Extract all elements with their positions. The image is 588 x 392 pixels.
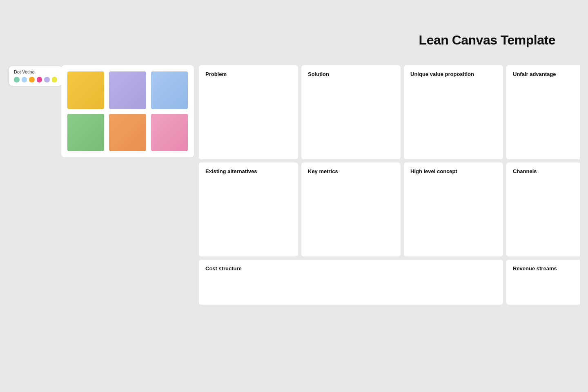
revenue-streams-label: Revenue streams — [513, 265, 573, 272]
dot-voting-dots — [14, 77, 57, 82]
canvas-cell-channels[interactable]: Channels — [506, 163, 580, 256]
problem-label: Problem — [205, 71, 292, 77]
canvas-row-3: Cost structure Revenue streams — [199, 260, 580, 305]
dot-voting-label: Dot Voting — [14, 69, 57, 74]
dot-pink[interactable] — [37, 77, 42, 82]
canvas-cell-existing-alternatives[interactable]: Existing alternatives — [199, 163, 298, 256]
dot-blue[interactable] — [22, 77, 27, 82]
dot-green[interactable] — [14, 77, 20, 82]
canvas-row-2: Existing alternatives Key metrics High l… — [199, 163, 580, 256]
dot-voting-panel: Dot Voting — [9, 66, 62, 86]
canvas-cell-solution[interactable]: Solution — [301, 65, 401, 159]
canvas-cell-cost-structure[interactable]: Cost structure — [199, 260, 503, 305]
canvas-cell-high-level-concept[interactable]: High level concept — [404, 163, 503, 256]
dot-yellow[interactable] — [52, 77, 58, 82]
canvas-cell-revenue-streams[interactable]: Revenue streams — [506, 260, 580, 305]
high-level-concept-label: High level concept — [410, 168, 497, 174]
canvas-cell-unfair-advantage[interactable]: Unfair advantage — [506, 65, 580, 159]
unfair-advantage-label: Unfair advantage — [513, 71, 573, 77]
channels-label: Channels — [513, 168, 573, 174]
sticky-note-green[interactable] — [67, 114, 104, 151]
solution-label: Solution — [308, 71, 394, 77]
dot-purple[interactable] — [44, 77, 50, 82]
cost-structure-label: Cost structure — [205, 265, 497, 272]
sticky-note-purple[interactable] — [109, 71, 146, 109]
key-metrics-label: Key metrics — [308, 168, 394, 174]
canvas-grid: Problem Solution Unique value propositio… — [199, 65, 580, 305]
page-title: Lean Canvas Template — [419, 33, 555, 48]
canvas-cell-unique-value-proposition[interactable]: Unique value proposition — [404, 65, 503, 159]
sticky-note-pink[interactable] — [151, 114, 188, 151]
sticky-note-orange[interactable] — [109, 114, 146, 151]
canvas-row-1: Problem Solution Unique value propositio… — [199, 65, 580, 159]
canvas-cell-problem[interactable]: Problem — [199, 65, 298, 159]
sticky-note-blue[interactable] — [151, 71, 188, 109]
canvas-cell-key-metrics[interactable]: Key metrics — [301, 163, 401, 256]
existing-alternatives-label: Existing alternatives — [205, 168, 292, 174]
sticky-note-yellow[interactable] — [67, 71, 104, 109]
unique-value-proposition-label: Unique value proposition — [410, 71, 497, 77]
sticky-notes-container — [61, 65, 194, 157]
dot-orange[interactable] — [29, 77, 35, 82]
